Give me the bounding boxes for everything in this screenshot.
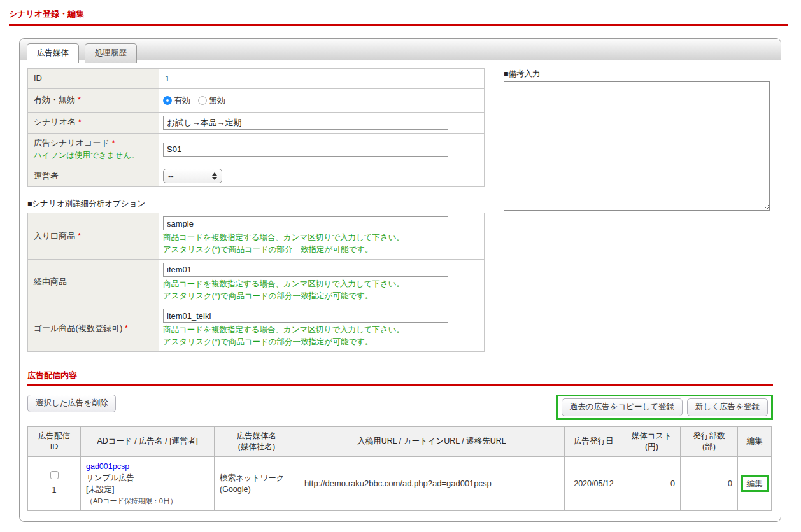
status-label: 有効・無効 * [28, 88, 159, 112]
table-row: シナリオ名 * [28, 112, 485, 133]
table-row: 入り口商品 * 商品コードを複数指定する場合、カンマ区切りで入力して下さい。 ア… [28, 213, 485, 260]
tab-content: ID 1 有効・無効 * 有効 [20, 60, 781, 521]
operator-selected-value: -- [168, 171, 174, 181]
ad-row-copies-cell: 0 [681, 456, 738, 511]
ad-code-link[interactable]: gad001pcsp [86, 462, 129, 471]
scenario-code-label: 広告シナリオコード * ハイフンは使用できません。 [28, 133, 159, 165]
ad-row-cost-cell: 0 [623, 456, 681, 511]
register-new-ad-button[interactable]: 新しく広告を登録 [687, 398, 768, 416]
main-panel: 広告媒体 処理履歴 ID 1 有効・無効 * [19, 38, 781, 522]
col-header-issue-date: 広告発行日 [565, 426, 623, 456]
ad-row-date-cell: 2020/05/12 [565, 456, 623, 511]
radio-unselected-icon [198, 96, 207, 105]
ad-table-row: 1 gad001pcsp サンプル広告 [未設定] （ADコード保持期限：0日）… [28, 456, 772, 511]
entry-product-input[interactable] [163, 216, 448, 230]
required-marker: * [78, 117, 82, 127]
ad-name: サンプル広告 [86, 473, 134, 482]
goal-product-label-text: ゴール商品(複数登録可) [34, 323, 122, 333]
table-row: 経由商品 商品コードを複数指定する場合、カンマ区切りで入力して下さい。 アスタリ… [28, 259, 485, 305]
radio-disabled[interactable]: 無効 [198, 95, 225, 106]
delivery-section-divider [27, 384, 773, 386]
ad-retention-note: （ADコード保持期限：0日） [86, 497, 177, 505]
media-company: (Google) [220, 485, 251, 494]
remarks-textarea[interactable] [504, 81, 770, 211]
col-header-ad-code: ADコード / 広告名 / [運営者] [81, 426, 215, 456]
edit-link[interactable]: 編集 [747, 479, 763, 488]
title-divider [9, 24, 788, 26]
scenario-name-label-text: シナリオ名 [34, 117, 76, 127]
entry-product-label: 入り口商品 * [28, 213, 159, 260]
remarks-label: ■備考入力 [504, 69, 770, 80]
ad-row-url-cell: http://demo.raku2bbc.com/ad.php?ad=gad00… [299, 456, 565, 511]
radio-enabled[interactable]: 有効 [163, 95, 190, 106]
delete-selected-ads-button[interactable]: 選択した広告を削除 [27, 395, 116, 412]
col-header-urls: 入稿用URL / カートインURL / 遷移先URL [299, 426, 565, 456]
table-row: 運営者 -- [28, 165, 485, 187]
id-value: 1 [159, 69, 485, 89]
tab-process-history[interactable]: 処理履歴 [85, 43, 137, 63]
ad-row-id-cell: 1 [28, 456, 81, 511]
ad-row-media-cell: 検索ネットワーク (Google) [215, 456, 299, 511]
via-product-hint1: 商品コードを複数指定する場合、カンマ区切りで入力して下さい。 [163, 278, 480, 290]
col-header-delivery-id: 広告配信ID [28, 426, 81, 456]
entry-product-hint1: 商品コードを複数指定する場合、カンマ区切りで入力して下さい。 [163, 232, 480, 244]
col-header-copies: 発行部数(部) [681, 426, 738, 456]
scenario-form-table: ID 1 有効・無効 * 有効 [27, 68, 485, 187]
table-row: 有効・無効 * 有効 無効 [28, 88, 485, 112]
table-row: 広告シナリオコード * ハイフンは使用できません。 [28, 133, 485, 165]
scenario-name-input[interactable] [163, 116, 448, 130]
ad-delivery-table: 広告配信ID ADコード / 広告名 / [運営者] 広告媒体名(媒体社名) 入… [27, 426, 772, 511]
col-header-media-cost: 媒体コスト(円) [623, 426, 681, 456]
tab-ad-media[interactable]: 広告媒体 [27, 43, 79, 63]
ad-row-id: 1 [52, 486, 57, 494]
ad-url: http://demo.raku2bbc.com/ad.php?ad=gad00… [304, 479, 492, 488]
delivery-toolbar: 選択した広告を削除 過去の広告をコピーして登録 新しく広告を登録 [27, 395, 773, 420]
radio-disabled-label: 無効 [209, 95, 225, 106]
goal-product-hint2: アスタリスク(*)で商品コードの部分一致指定が可能です。 [163, 336, 480, 348]
ad-operator: [未設定] [86, 485, 114, 494]
goal-product-hint1: 商品コードを複数指定する場合、カンマ区切りで入力して下さい。 [163, 324, 480, 336]
id-label: ID [28, 69, 159, 89]
col-header-media-name: 広告媒体名(媒体社名) [215, 426, 299, 456]
goal-product-label: ゴール商品(複数登録可) * [28, 305, 159, 352]
via-product-input[interactable] [163, 263, 448, 277]
highlighted-button-group: 過去の広告をコピーして登録 新しく広告を登録 [556, 395, 773, 420]
media-name: 検索ネットワーク [220, 473, 284, 482]
ad-row-edit-cell: 編集 [738, 456, 772, 511]
edit-link-highlight: 編集 [741, 475, 769, 492]
via-product-hint2: アスタリスク(*)で商品コードの部分一致指定が可能です。 [163, 290, 480, 302]
delivery-section-heading: 広告配信内容 [27, 370, 773, 381]
scenario-code-note: ハイフンは使用できません。 [34, 150, 153, 162]
scenario-code-label-text: 広告シナリオコード [34, 138, 110, 148]
table-row: ID 1 [28, 69, 485, 89]
analysis-section-title: ■シナリオ別詳細分析オプション [27, 199, 485, 209]
entry-product-hint2: アスタリスク(*)で商品コードの部分一致指定が可能です。 [163, 244, 480, 256]
goal-product-input[interactable] [163, 309, 448, 323]
radio-selected-icon [163, 96, 172, 105]
select-arrows-icon [212, 172, 217, 180]
operator-label: 運営者 [28, 165, 159, 187]
ad-row-checkbox[interactable] [50, 471, 59, 479]
required-marker: * [78, 95, 81, 104]
required-marker: * [111, 138, 115, 148]
required-marker: * [78, 231, 81, 241]
radio-enabled-label: 有効 [174, 95, 190, 106]
operator-select[interactable]: -- [163, 169, 222, 183]
entry-product-label-text: 入り口商品 [34, 231, 75, 241]
ad-row-code-cell: gad001pcsp サンプル広告 [未設定] （ADコード保持期限：0日） [81, 456, 215, 511]
status-label-text: 有効・無効 [34, 95, 75, 104]
ad-table-header-row: 広告配信ID ADコード / 広告名 / [運営者] 広告媒体名(媒体社名) 入… [28, 426, 772, 456]
scenario-code-input[interactable] [163, 143, 448, 157]
via-product-label: 経由商品 [28, 259, 159, 305]
table-row: ゴール商品(複数登録可) * 商品コードを複数指定する場合、カンマ区切りで入力し… [28, 305, 485, 352]
col-header-edit: 編集 [738, 426, 772, 456]
status-radio-group: 有効 無効 [163, 92, 480, 109]
required-marker: * [125, 323, 128, 333]
page-title: シナリオ登録・編集 [9, 8, 801, 20]
analysis-form-table: 入り口商品 * 商品コードを複数指定する場合、カンマ区切りで入力して下さい。 ア… [27, 213, 485, 352]
copy-past-ad-button[interactable]: 過去の広告をコピーして登録 [562, 398, 683, 416]
tab-bar: 広告媒体 処理履歴 [20, 39, 781, 60]
scenario-name-label: シナリオ名 * [28, 112, 159, 133]
